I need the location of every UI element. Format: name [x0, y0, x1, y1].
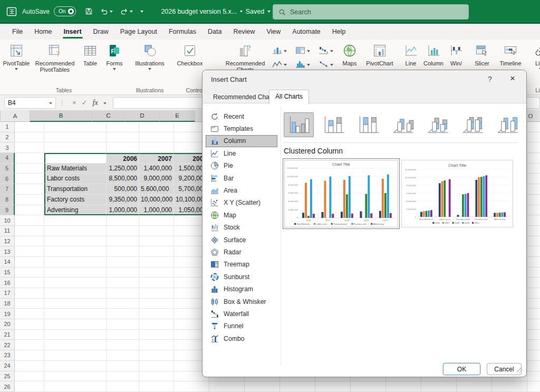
cell-D18[interactable]: [139, 299, 174, 309]
cell-D7[interactable]: 5.600,000: [139, 184, 174, 195]
chart-type-surface[interactable]: Surface: [206, 234, 277, 246]
cell-O11[interactable]: [527, 226, 540, 236]
cell-B16[interactable]: [44, 278, 107, 288]
cell-D10[interactable]: [139, 215, 174, 226]
select-all-corner[interactable]: [0, 110, 1, 122]
cell-O23[interactable]: [527, 350, 540, 361]
cell-O6[interactable]: [527, 174, 540, 184]
cell-D14[interactable]: [139, 257, 174, 267]
row-header-26[interactable]: 26: [0, 381, 15, 392]
cell-A2[interactable]: [15, 132, 44, 143]
cell-A14[interactable]: [15, 257, 44, 267]
cell-B21[interactable]: [44, 330, 107, 340]
menu-tab-help[interactable]: Help: [326, 24, 352, 40]
cell-C16[interactable]: [107, 278, 139, 288]
cell-B12[interactable]: [44, 236, 107, 247]
cell-D1[interactable]: [139, 122, 174, 132]
cell-C17[interactable]: [107, 288, 139, 299]
menu-tab-file[interactable]: File: [6, 24, 28, 40]
cell-D21[interactable]: [139, 330, 174, 340]
cell-A13[interactable]: [15, 246, 44, 257]
subtype-3-d-100-stacked-column[interactable]: [458, 112, 488, 137]
insert-scatter-chart-button[interactable]: [314, 60, 338, 68]
cell-B26[interactable]: [44, 381, 107, 392]
cell-A7[interactable]: [15, 184, 44, 195]
cell-A25[interactable]: [15, 371, 44, 382]
cell-O5[interactable]: [527, 164, 540, 174]
recommended-charts-button[interactable]: ?Recommended Charts: [223, 41, 268, 73]
cell-B10[interactable]: [44, 215, 107, 226]
name-box[interactable]: B4: [4, 97, 56, 109]
forms-button[interactable]: FForms: [102, 41, 127, 70]
chart-type-sunburst[interactable]: Sunburst: [206, 271, 277, 283]
column-button[interactable]: Column: [421, 41, 446, 66]
cell-C6[interactable]: 8,500,000: [107, 174, 139, 184]
cell-H26[interactable]: [280, 381, 315, 392]
cell-C9[interactable]: 1,000,000: [107, 205, 139, 216]
cell-O26[interactable]: [527, 381, 540, 392]
cell-C8[interactable]: 9,350,000: [107, 195, 139, 205]
cell-A22[interactable]: [15, 340, 44, 350]
excel-app-icon[interactable]: [6, 6, 17, 17]
cell-O24[interactable]: [527, 361, 540, 371]
cell-D17[interactable]: [139, 288, 174, 299]
subtype-100-stacked-column[interactable]: [353, 112, 383, 137]
cell-O3[interactable]: [527, 142, 540, 153]
maps-button[interactable]: Maps: [338, 41, 362, 66]
row-header-11[interactable]: 11: [0, 226, 15, 236]
chart-type-funnel[interactable]: Funnel: [206, 320, 277, 332]
cell-B8[interactable]: Factory costs: [44, 195, 107, 205]
chart-type-treemap[interactable]: Treemap: [206, 259, 277, 271]
cell-C24[interactable]: [107, 361, 139, 371]
cell-A23[interactable]: [15, 350, 44, 361]
cell-D8[interactable]: 10,000,000: [139, 195, 174, 205]
quick-access-menu-button[interactable]: [140, 11, 143, 13]
row-header-1[interactable]: 1: [0, 122, 15, 132]
column-header-C[interactable]: C: [92, 110, 125, 122]
cell-C26[interactable]: [107, 381, 139, 392]
column-header-B[interactable]: B: [30, 110, 92, 122]
row-header-21[interactable]: 21: [0, 330, 15, 340]
cell-A19[interactable]: [15, 309, 44, 319]
chart-type-waterfall[interactable]: Waterfall: [206, 308, 277, 320]
row-header-6[interactable]: 6: [0, 174, 15, 184]
cell-B3[interactable]: [44, 142, 107, 153]
row-header-20[interactable]: 20: [0, 319, 15, 330]
chart-type-column[interactable]: Column: [206, 135, 277, 147]
row-header-23[interactable]: 23: [0, 350, 15, 361]
recommended-pivottables-button[interactable]: ?Recommended PivotTables: [32, 41, 78, 73]
menu-tab-view[interactable]: View: [261, 24, 286, 40]
cell-B25[interactable]: [44, 371, 107, 382]
cell-B6[interactable]: Labor costs: [44, 174, 107, 184]
row-header-15[interactable]: 15: [0, 267, 15, 278]
subtype-3-d-clustered-column[interactable]: [388, 112, 418, 137]
row-header-16[interactable]: 16: [0, 278, 15, 288]
cell-B4[interactable]: [44, 153, 107, 164]
cell-O14[interactable]: [527, 257, 540, 267]
autosave-toggle[interactable]: On: [54, 6, 76, 16]
cell-D6[interactable]: 9,000,000: [139, 174, 174, 184]
resize-grip[interactable]: [517, 367, 523, 373]
win-button[interactable]: Win/: [446, 41, 466, 66]
row-header-8[interactable]: 8: [0, 195, 15, 205]
cell-K26[interactable]: [386, 381, 421, 392]
menu-tab-automate[interactable]: Automate: [286, 24, 326, 40]
cell-B2[interactable]: [44, 132, 107, 143]
chart-type-templates[interactable]: Templates: [206, 122, 277, 135]
cell-D12[interactable]: [139, 236, 174, 247]
chart-preview-by-category[interactable]: Chart Title12,000,00010,000,0008,000,000…: [401, 160, 513, 227]
cell-C7[interactable]: 500,000: [107, 184, 139, 195]
pivottable-button[interactable]: PivotTable: [1, 41, 32, 70]
column-header-A[interactable]: A: [1, 110, 30, 122]
cell-O19[interactable]: [527, 309, 540, 319]
chart-type-stock[interactable]: Stock: [206, 222, 277, 234]
cell-D11[interactable]: [139, 226, 174, 236]
cell-B9[interactable]: Advertising: [44, 205, 107, 216]
menu-tab-draw[interactable]: Draw: [88, 24, 114, 40]
cell-O1[interactable]: [527, 122, 540, 132]
cell-B22[interactable]: [44, 340, 107, 350]
save-button[interactable]: [85, 7, 93, 15]
cell-C4[interactable]: 2006: [107, 153, 139, 164]
cell-O7[interactable]: [527, 184, 540, 195]
subtype-3-d-stacked-column[interactable]: [423, 112, 453, 137]
